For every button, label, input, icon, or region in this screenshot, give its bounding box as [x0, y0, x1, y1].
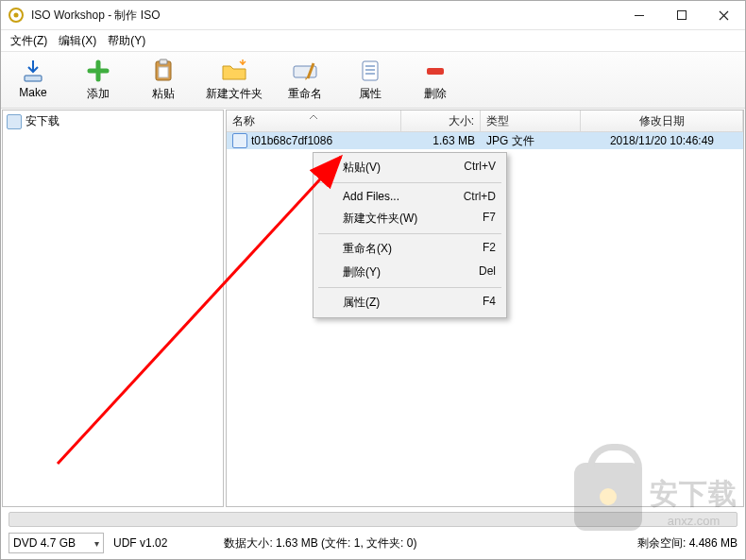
ctx-add-files[interactable]: Add Files... Ctrl+D: [316, 186, 503, 207]
tree-root-label: 安下载: [25, 113, 59, 129]
file-icon: [232, 133, 247, 148]
disc-select[interactable]: DVD 4.7 GB ▾: [8, 533, 104, 553]
make-label: Make: [5, 86, 61, 99]
ctx-rename[interactable]: 重命名(X) F2: [316, 237, 503, 261]
free-space-label: 剩余空间: 4.486 MB: [637, 535, 738, 552]
chevron-down-icon: ▾: [94, 538, 99, 549]
col-size[interactable]: 大小:: [401, 110, 481, 131]
folder-tree[interactable]: 安下载: [2, 110, 224, 507]
app-window: ISO Workshop - 制作 ISO 文件(Z) 编辑(X) 帮助(Y) …: [0, 0, 746, 560]
add-label: 添加: [70, 86, 127, 102]
menu-file[interactable]: 文件(Z): [5, 31, 53, 51]
make-button[interactable]: Make: [1, 52, 66, 108]
new-folder-button[interactable]: 新建文件夹: [196, 52, 273, 108]
delete-button[interactable]: 删除: [403, 52, 468, 108]
svg-rect-12: [365, 73, 375, 75]
tree-root[interactable]: 安下载: [5, 112, 221, 130]
delete-label: 删除: [407, 86, 464, 102]
col-type[interactable]: 类型: [481, 110, 581, 131]
new-folder-label: 新建文件夹: [200, 86, 268, 102]
title-bar: ISO Workshop - 制作 ISO: [1, 1, 745, 30]
ctx-delete[interactable]: 删除(Y) Del: [316, 261, 503, 284]
col-date[interactable]: 修改日期: [581, 110, 743, 131]
disc-icon: [7, 114, 22, 129]
file-rows: t01b68c7df1086 1.63 MB JPG 文件 2018/11/20…: [227, 132, 743, 506]
toolbar: Make 添加 粘贴 新建文件夹: [1, 51, 745, 109]
separator: [318, 287, 501, 288]
make-icon: [5, 58, 61, 84]
svg-rect-13: [427, 68, 444, 75]
table-row[interactable]: t01b68c7df1086 1.63 MB JPG 文件 2018/11/20…: [227, 132, 743, 149]
separator: [318, 233, 501, 234]
svg-rect-4: [25, 76, 42, 81]
disc-selected: DVD 4.7 GB: [13, 536, 76, 550]
col-type-label: 类型: [486, 113, 509, 129]
ctx-paste[interactable]: 粘贴(V) Ctrl+V: [316, 156, 503, 179]
svg-rect-2: [635, 15, 644, 16]
add-button[interactable]: 添加: [66, 52, 131, 108]
status-bar: DVD 4.7 GB ▾ UDF v1.02 数据大小: 1.63 MB (文件…: [1, 529, 745, 559]
col-name[interactable]: 名称: [227, 110, 401, 131]
svg-rect-6: [160, 59, 167, 64]
delete-icon: [407, 58, 464, 84]
progress-bar: [8, 512, 738, 527]
properties-button[interactable]: 属性: [338, 52, 403, 108]
menu-edit[interactable]: 编辑(X): [53, 31, 102, 51]
column-headers: 名称 大小: 类型 修改日期: [227, 110, 743, 132]
context-menu: 粘贴(V) Ctrl+V Add Files... Ctrl+D 新建文件夹(W…: [313, 152, 507, 318]
properties-icon: [342, 58, 398, 84]
new-folder-icon: [200, 58, 268, 84]
col-date-label: 修改日期: [639, 113, 685, 129]
ctx-properties[interactable]: 属性(Z) F4: [316, 291, 503, 314]
col-name-label: 名称: [232, 113, 255, 129]
close-button[interactable]: [703, 1, 745, 29]
separator: [318, 182, 501, 183]
properties-label: 属性: [342, 86, 398, 102]
app-icon: [8, 8, 24, 23]
filesystem-label: UDF v1.02: [113, 536, 167, 550]
window-title: ISO Workshop - 制作 ISO: [31, 8, 160, 24]
file-date: 2018/11/20 10:46:49: [581, 134, 743, 147]
svg-rect-10: [365, 65, 375, 67]
svg-rect-3: [677, 11, 686, 20]
clipboard-icon: [135, 58, 192, 84]
file-list: 名称 大小: 类型 修改日期: [226, 110, 744, 507]
menu-help[interactable]: 帮助(Y): [102, 31, 151, 51]
rename-button[interactable]: 重命名: [273, 52, 338, 108]
data-size-label: 数据大小: 1.63 MB (文件: 1, 文件夹: 0): [224, 535, 416, 552]
file-name: t01b68c7df1086: [251, 134, 332, 147]
col-size-label: 大小:: [449, 113, 474, 129]
svg-rect-11: [365, 69, 375, 71]
paste-button[interactable]: 粘贴: [131, 52, 196, 108]
minimize-button[interactable]: [618, 1, 660, 29]
menu-bar: 文件(Z) 编辑(X) 帮助(Y): [1, 30, 745, 51]
maximize-button[interactable]: [660, 1, 703, 29]
ctx-new-folder[interactable]: 新建文件夹(W) F7: [316, 207, 503, 230]
progress-area: [1, 508, 745, 529]
rename-icon: [277, 58, 333, 84]
file-size: 1.63 MB: [401, 134, 481, 147]
rename-label: 重命名: [277, 86, 333, 102]
sort-asc-icon: [309, 110, 318, 123]
plus-icon: [70, 58, 127, 84]
body: 安下载 名称 大小: 类型 修改日期: [1, 109, 745, 508]
file-type: JPG 文件: [481, 133, 581, 149]
svg-point-1: [14, 13, 19, 18]
paste-label: 粘贴: [135, 86, 192, 102]
svg-rect-7: [159, 67, 168, 77]
